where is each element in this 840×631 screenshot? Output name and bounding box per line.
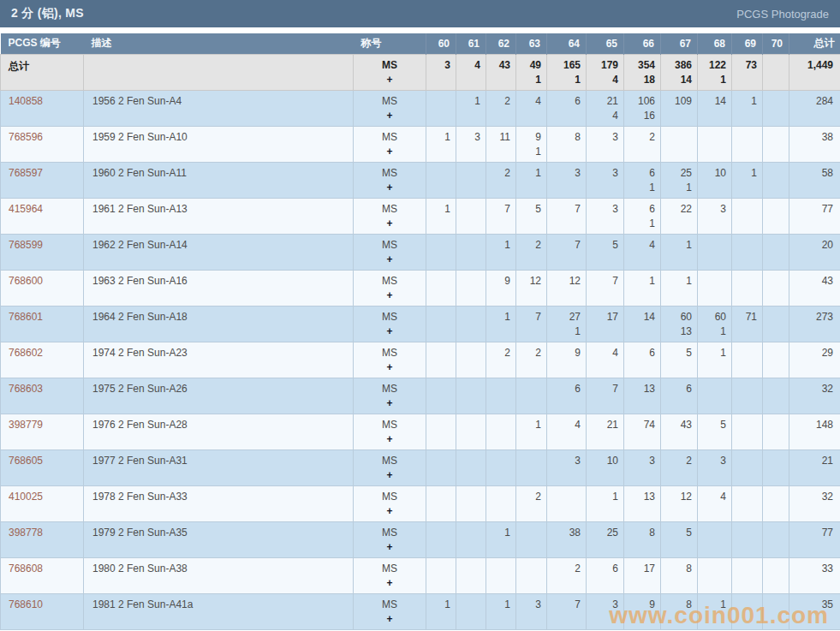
ms-count: 6	[625, 202, 655, 217]
ms-count	[487, 562, 510, 576]
ms-count	[733, 598, 757, 612]
designation-ms: MS	[354, 202, 426, 217]
plus-count	[625, 289, 655, 303]
ms-count: 4	[699, 490, 726, 504]
pcgs-number-link[interactable]: 768597	[9, 167, 43, 179]
ms-count: 4	[587, 346, 618, 360]
grade-cell: 7	[547, 198, 587, 234]
ms-count	[487, 490, 510, 504]
total-value: 43	[790, 274, 833, 289]
ms-count	[764, 562, 783, 576]
ms-count	[733, 562, 757, 576]
pcgs-number-link[interactable]: 415964	[9, 203, 43, 215]
table-row: 3987791976 2 Fen Sun-A28MS+142174435148	[1, 414, 840, 449]
plus-count	[733, 289, 757, 303]
pcgs-number-link[interactable]: 768605	[9, 455, 43, 467]
grade-cell: 214	[587, 90, 624, 126]
grade-cell	[456, 342, 486, 378]
pcgs-number-link[interactable]: 768600	[9, 275, 43, 287]
plus-count	[764, 360, 783, 375]
pcgs-number-link[interactable]: 398778	[9, 527, 43, 539]
ms-count	[427, 490, 450, 504]
ms-count: 11	[487, 130, 510, 145]
pcgs-cell: 768608	[1, 557, 84, 593]
table-row: 1408581956 2 Fen Sun-A4MS+12462141061610…	[1, 90, 840, 126]
plus-count	[662, 468, 692, 483]
grade-cell	[426, 90, 456, 126]
ms-count: 5	[662, 526, 692, 540]
ms-count	[427, 562, 450, 576]
ms-count	[733, 490, 757, 504]
designation-ms: MS	[354, 166, 426, 181]
plus-count	[733, 324, 757, 339]
pcgs-number-link[interactable]: 398779	[9, 419, 43, 431]
ms-count	[764, 130, 783, 145]
description-cell: 1962 2 Fen Sun-A14	[84, 234, 354, 270]
grade-cell: 1	[486, 234, 516, 270]
plus-count	[587, 468, 618, 483]
grade-cell	[486, 449, 516, 485]
ms-count: 27	[548, 310, 581, 324]
pcgs-number-link[interactable]: 410025	[9, 491, 43, 503]
plus-count	[427, 612, 450, 627]
plus-count	[517, 612, 541, 627]
ms-count	[764, 238, 783, 253]
grade-cell	[732, 234, 763, 270]
ms-count: 14	[625, 310, 655, 324]
total-value: 32	[790, 490, 833, 504]
grade-cell: 3	[698, 198, 732, 234]
photograde-link[interactable]: PCGS Photograde	[736, 8, 829, 21]
ms-count: 7	[548, 238, 581, 253]
grade-cell: 3	[587, 126, 624, 162]
ms-count: 3	[625, 454, 655, 468]
grade-cell: 8	[661, 593, 698, 629]
grade-cell: 1	[732, 162, 763, 198]
ms-count	[764, 310, 783, 324]
pcgs-number-link[interactable]: 140858	[9, 95, 43, 107]
pcgs-number-link[interactable]: 768610	[9, 598, 43, 610]
pcgs-number-link[interactable]: 768608	[9, 563, 43, 574]
plus-count	[764, 145, 783, 159]
plus-count	[699, 504, 726, 519]
plus-count	[625, 432, 655, 447]
grade-cell: 4	[587, 342, 624, 378]
ms-count	[427, 526, 450, 540]
grade-cell: 1	[732, 90, 763, 126]
ms-count	[457, 490, 480, 504]
plus-count	[699, 432, 726, 447]
description-cell: 1975 2 Fen Sun-A26	[84, 378, 354, 414]
grade-cell: 10	[698, 162, 732, 198]
grade-cell	[732, 414, 763, 449]
ms-count: 12	[517, 274, 541, 289]
table-row: 7686021974 2 Fen Sun-A23MS+229465129	[1, 342, 840, 378]
total-value: 38	[790, 130, 833, 145]
description-cell: 1960 2 Fen Sun-A11	[84, 162, 354, 198]
grade-cell: 1	[516, 162, 547, 198]
pcgs-number-link[interactable]: 768601	[9, 311, 43, 323]
ms-count: 71	[733, 310, 757, 324]
ms-count: 1	[517, 166, 541, 181]
ms-count: 17	[625, 562, 655, 576]
ms-count: 8	[662, 598, 692, 612]
grade-cell	[763, 270, 789, 306]
pcgs-number-link[interactable]: 768602	[9, 347, 43, 359]
plus-count	[548, 217, 581, 231]
grade-cell: 6	[547, 90, 587, 126]
grade-cell	[456, 306, 486, 342]
plus-count	[427, 468, 450, 483]
pcgs-number-link[interactable]: 768596	[9, 131, 43, 143]
ms-count	[427, 166, 450, 181]
pcgs-number-link[interactable]: 768603	[9, 383, 43, 395]
designation-cell: MS+	[354, 270, 426, 306]
total-cell: 33	[789, 557, 840, 593]
ms-count	[427, 238, 450, 253]
ms-count	[427, 454, 450, 468]
plus-count	[548, 576, 581, 591]
plus-count	[733, 504, 757, 519]
grade-cell: 4	[624, 234, 661, 270]
total-cell: 32	[789, 485, 840, 521]
grade-cell: 71	[732, 306, 763, 342]
pcgs-number-link[interactable]: 768599	[9, 239, 43, 251]
total-cell: 32	[789, 378, 840, 414]
plus-count	[487, 396, 510, 411]
